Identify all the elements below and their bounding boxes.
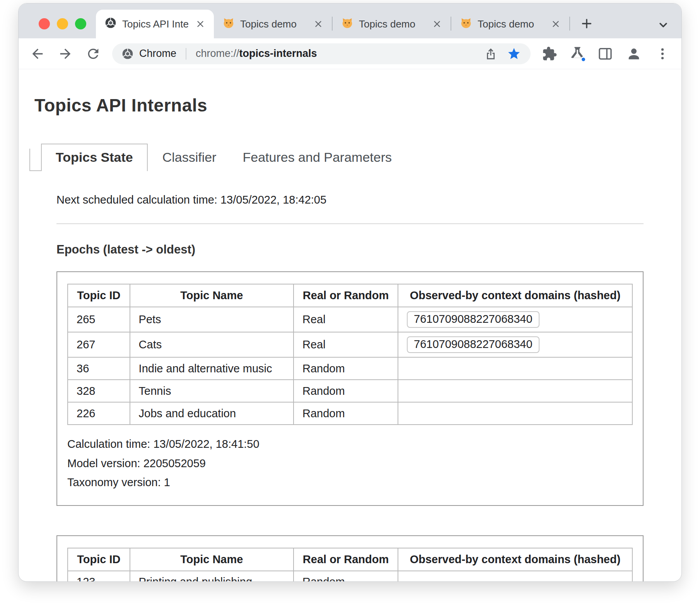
epoch-2-table: Topic ID Topic Name Real or Random Obser… xyxy=(67,548,633,582)
cell-real-or-random: Random xyxy=(294,571,398,582)
table-row: 267 Cats Real 7610709088227068340 xyxy=(68,332,632,357)
cell-real-or-random: Real xyxy=(294,307,398,332)
tab-classifier[interactable]: Classifier xyxy=(151,144,228,171)
bookmark-star-icon[interactable] xyxy=(505,45,523,63)
cell-observed-domains: 7610709088227068340 xyxy=(398,307,632,332)
hash-value-field[interactable]: 7610709088227068340 xyxy=(407,311,539,328)
cell-topic-id: 36 xyxy=(68,357,130,380)
cell-real-or-random: Random xyxy=(294,402,398,425)
page-content: Topics API Internals Topics State Classi… xyxy=(19,69,681,582)
close-tab-icon[interactable] xyxy=(312,17,325,31)
epoch-metadata: Calculation time: 13/05/2022, 18:41:50 M… xyxy=(67,436,633,491)
table-row: 123 Printing and publishing Random xyxy=(68,571,632,582)
cell-real-or-random: Random xyxy=(294,380,398,402)
tab-separator xyxy=(569,17,570,31)
minimize-window-button[interactable] xyxy=(57,18,68,29)
epoch-1-table: Topic ID Topic Name Real or Random Obser… xyxy=(67,284,633,425)
epochs-heading: Epochs (latest -> oldest) xyxy=(56,243,644,257)
share-icon[interactable] xyxy=(482,45,500,63)
omnibox-divider xyxy=(186,48,186,60)
side-panel-icon[interactable] xyxy=(596,45,614,63)
fullscreen-window-button[interactable] xyxy=(75,18,86,29)
divider xyxy=(56,223,644,224)
page-tab-bar: Topics State Classifier Features and Par… xyxy=(41,144,644,171)
toolbar-right-icons xyxy=(541,45,671,63)
close-tab-icon[interactable] xyxy=(430,17,444,31)
tab-separator xyxy=(332,17,333,31)
cell-observed-domains: 7610709088227068340 xyxy=(398,332,632,357)
cell-topic-id: 265 xyxy=(68,307,130,332)
cat-icon xyxy=(222,17,235,32)
taxonomy-version: Taxonomy version: 1 xyxy=(67,474,633,491)
url-host: topics-internals xyxy=(239,48,317,59)
close-tab-icon[interactable] xyxy=(549,17,562,31)
extensions-puzzle-icon[interactable] xyxy=(541,45,558,63)
forward-icon[interactable] xyxy=(56,45,74,63)
tab-separator xyxy=(451,17,451,31)
col-observed-domains: Observed-by context domains (hashed) xyxy=(398,284,632,307)
tab-label: Topics API Intern xyxy=(122,18,188,30)
chrome-chip-label: Chrome xyxy=(139,48,176,60)
table-row: 36 Indie and alternative music Random xyxy=(68,357,632,380)
col-topic-name: Topic Name xyxy=(130,284,294,307)
browser-tab-topics-demo-2[interactable]: Topics demo xyxy=(333,10,451,38)
next-calculation-time: Next scheduled calculation time: 13/05/2… xyxy=(56,194,644,206)
table-row: 328 Tennis Random xyxy=(68,380,632,402)
address-bar[interactable]: Chrome chrome://topics-internals xyxy=(112,43,531,64)
url-scheme: chrome:// xyxy=(196,48,239,59)
kebab-menu-icon[interactable] xyxy=(654,45,671,63)
browser-window: Topics API Intern Topics demo xyxy=(18,3,682,582)
cell-topic-id: 226 xyxy=(68,402,130,425)
chrome-chip: Chrome xyxy=(121,48,176,60)
cell-topic-id: 267 xyxy=(68,332,130,357)
new-tab-button[interactable] xyxy=(575,12,598,35)
close-tab-icon[interactable] xyxy=(194,17,207,31)
profile-avatar-icon[interactable] xyxy=(625,45,643,63)
cell-topic-id: 328 xyxy=(68,380,130,402)
browser-tab-topics-demo-1[interactable]: Topics demo xyxy=(214,10,332,38)
browser-tabs: Topics API Intern Topics demo xyxy=(96,3,598,38)
reload-icon[interactable] xyxy=(84,45,102,63)
epoch-panel-2: Topic ID Topic Name Real or Random Obser… xyxy=(56,535,644,582)
cell-observed-domains xyxy=(398,402,632,425)
tab-features-and-parameters[interactable]: Features and Parameters xyxy=(231,144,403,171)
table-header-row: Topic ID Topic Name Real or Random Obser… xyxy=(68,548,632,571)
epoch-panel-1: Topic ID Topic Name Real or Random Obser… xyxy=(56,271,644,506)
traffic-lights xyxy=(39,18,86,29)
labs-flask-icon[interactable] xyxy=(569,46,586,62)
cell-topic-name: Pets xyxy=(130,307,294,332)
cell-topic-name: Cats xyxy=(130,332,294,357)
cell-topic-name: Indie and alternative music xyxy=(130,357,294,380)
col-topic-name: Topic Name xyxy=(130,548,294,571)
col-real-or-random: Real or Random xyxy=(294,548,398,571)
tab-topics-state[interactable]: Topics State xyxy=(41,144,148,171)
cell-topic-name: Tennis xyxy=(130,380,294,402)
back-icon[interactable] xyxy=(29,45,46,63)
col-observed-domains: Observed-by context domains (hashed) xyxy=(398,548,632,571)
cat-icon xyxy=(460,17,472,32)
tab-search-chevron-icon[interactable] xyxy=(656,17,671,34)
cell-observed-domains xyxy=(398,357,632,380)
col-topic-id: Topic ID xyxy=(68,548,130,571)
tab-label: Topics demo xyxy=(359,18,425,30)
cell-observed-domains xyxy=(398,571,632,582)
cell-topic-name: Printing and publishing xyxy=(130,571,294,582)
calculation-time: Calculation time: 13/05/2022, 18:41:50 xyxy=(67,436,633,453)
labs-notification-dot xyxy=(580,57,586,62)
cat-icon xyxy=(341,17,353,32)
browser-tab-topics-internals[interactable]: Topics API Intern xyxy=(96,10,214,38)
browser-tab-strip: Topics API Intern Topics demo xyxy=(19,3,681,38)
close-window-button[interactable] xyxy=(39,18,50,29)
hash-value-field[interactable]: 7610709088227068340 xyxy=(407,336,539,353)
page-title: Topics API Internals xyxy=(34,95,644,116)
browser-toolbar: Chrome chrome://topics-internals xyxy=(19,38,681,69)
col-topic-id: Topic ID xyxy=(68,284,130,307)
table-row: 265 Pets Real 7610709088227068340 xyxy=(68,307,632,332)
cell-real-or-random: Real xyxy=(294,332,398,357)
cell-observed-domains xyxy=(398,380,632,402)
tab-label: Topics demo xyxy=(478,18,544,30)
tab-bar-stub xyxy=(29,149,41,171)
cell-topic-id: 123 xyxy=(68,571,130,582)
url-text: chrome://topics-internals xyxy=(196,48,476,60)
browser-tab-topics-demo-3[interactable]: Topics demo xyxy=(451,10,569,38)
